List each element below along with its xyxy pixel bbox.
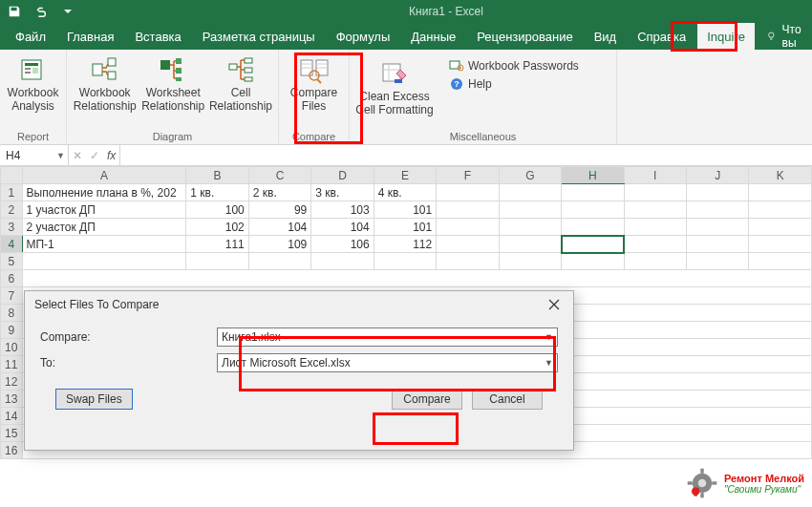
cell[interactable]	[562, 184, 624, 201]
cell[interactable]: 101	[374, 219, 436, 236]
workbook-relationship-button[interactable]: Workbook Relationship	[71, 53, 139, 116]
row-header[interactable]: 4	[1, 236, 23, 253]
tab-help[interactable]: Справка	[628, 23, 695, 50]
tab-insert[interactable]: Вставка	[125, 23, 190, 50]
col-header[interactable]: I	[624, 167, 686, 184]
col-header[interactable]: B	[186, 167, 248, 184]
cell[interactable]	[686, 253, 748, 270]
cell[interactable]: 99	[248, 201, 310, 219]
cell[interactable]: 106	[311, 236, 374, 253]
tab-data[interactable]: Данные	[401, 23, 465, 50]
col-header[interactable]: C	[248, 167, 310, 184]
col-header[interactable]: A	[22, 167, 186, 184]
fx-icon[interactable]: fx	[107, 149, 116, 162]
tab-review[interactable]: Рецензирование	[467, 23, 582, 50]
col-header[interactable]: D	[311, 167, 374, 184]
cell[interactable]	[749, 201, 812, 219]
col-header[interactable]: J	[686, 167, 748, 184]
workbook-analysis-button[interactable]: Workbook Analysis	[4, 53, 62, 116]
cell[interactable]	[22, 270, 812, 287]
enter-formula-icon[interactable]: ✓	[90, 149, 99, 162]
cell[interactable]	[624, 236, 686, 253]
cancel-button[interactable]: Cancel	[472, 389, 543, 410]
compare-button[interactable]: Compare	[392, 389, 462, 410]
cell[interactable]	[624, 201, 686, 219]
select-all-cell[interactable]	[1, 167, 23, 184]
cell[interactable]	[437, 253, 499, 270]
tab-page-layout[interactable]: Разметка страницы	[193, 23, 325, 50]
workbook-passwords-button[interactable]: Workbook Passwords	[449, 58, 579, 74]
cell[interactable]	[499, 253, 561, 270]
cell[interactable]	[311, 253, 374, 270]
row-header[interactable]: 12	[1, 373, 23, 391]
cell[interactable]: 100	[186, 201, 248, 219]
cell[interactable]: 111	[186, 236, 248, 253]
worksheet-relationship-button[interactable]: Worksheet Relationship	[139, 53, 206, 116]
cell[interactable]: 3 кв.	[311, 184, 374, 201]
cell-active[interactable]	[562, 236, 624, 253]
row-header[interactable]: 14	[1, 408, 23, 425]
to-file-combo[interactable]: Лист Microsoft Excel.xlsx ▼	[217, 353, 558, 372]
compare-file-combo[interactable]: Книга1.xlsx ▼	[217, 327, 558, 347]
undo-icon[interactable]	[31, 2, 52, 21]
name-box[interactable]: H4 ▼	[0, 145, 69, 165]
cell[interactable]	[562, 201, 624, 219]
cell[interactable]: 104	[248, 219, 310, 236]
tab-formulas[interactable]: Формулы	[327, 23, 400, 50]
row-header[interactable]: 1	[1, 184, 23, 201]
tab-file[interactable]: Файл	[6, 23, 55, 50]
row-header[interactable]: 16	[1, 442, 23, 459]
cell[interactable]: 2 кв.	[248, 184, 310, 201]
row-header[interactable]: 15	[1, 425, 23, 442]
cell[interactable]	[749, 184, 812, 201]
help-button[interactable]: ? Help	[449, 76, 579, 92]
cell[interactable]	[686, 219, 748, 236]
cell[interactable]: 102	[186, 219, 248, 236]
cell[interactable]	[749, 253, 812, 270]
cell[interactable]: 109	[248, 236, 310, 253]
cell[interactable]	[562, 219, 624, 236]
formula-input[interactable]	[120, 145, 812, 165]
tell-me[interactable]: Что вы	[759, 23, 812, 50]
cell[interactable]	[686, 236, 748, 253]
cancel-formula-icon[interactable]: ✕	[73, 149, 82, 162]
cell[interactable]	[437, 184, 499, 201]
col-header[interactable]: K	[749, 167, 812, 184]
cell[interactable]	[624, 219, 686, 236]
tab-view[interactable]: Вид	[585, 23, 627, 50]
row-header[interactable]: 8	[1, 305, 23, 322]
row-header[interactable]: 6	[1, 270, 23, 287]
dialog-close-button[interactable]	[543, 295, 566, 314]
cell-relationship-button[interactable]: Cell Relationship	[207, 53, 274, 116]
row-header[interactable]: 11	[1, 356, 23, 373]
row-header[interactable]: 9	[1, 322, 23, 339]
cell[interactable]	[437, 201, 499, 219]
cell[interactable]	[624, 253, 686, 270]
cell[interactable]: 103	[311, 201, 374, 219]
row-header[interactable]: 5	[1, 253, 23, 270]
cell[interactable]: 2 участок ДП	[22, 219, 186, 236]
qat-dropdown-icon[interactable]	[57, 2, 78, 21]
tab-inquire[interactable]: Inquire	[697, 23, 755, 50]
cell[interactable]: 1 участок ДП	[22, 201, 186, 219]
cell[interactable]	[499, 219, 561, 236]
col-header[interactable]: F	[437, 167, 499, 184]
cell[interactable]	[186, 253, 248, 270]
clean-excess-button[interactable]: Clean Excess Cell Formatting	[353, 56, 436, 119]
compare-files-button[interactable]: Compare Files	[283, 53, 345, 116]
col-header[interactable]: H	[562, 167, 624, 184]
cell[interactable]	[499, 236, 561, 253]
cell[interactable]: 101	[374, 201, 436, 219]
cell[interactable]: 104	[311, 219, 374, 236]
col-header[interactable]: G	[499, 167, 561, 184]
cell[interactable]	[562, 253, 624, 270]
cell[interactable]: МП-1	[22, 236, 186, 253]
cell[interactable]: Выполнение плана в %, 202	[22, 184, 186, 201]
row-header[interactable]: 7	[1, 287, 23, 305]
row-header[interactable]: 13	[1, 391, 23, 408]
cell[interactable]	[686, 184, 748, 201]
cell[interactable]: 4 кв.	[374, 184, 436, 201]
name-box-dropdown-icon[interactable]: ▼	[56, 151, 65, 160]
cell[interactable]	[22, 253, 186, 270]
cell[interactable]	[374, 253, 436, 270]
